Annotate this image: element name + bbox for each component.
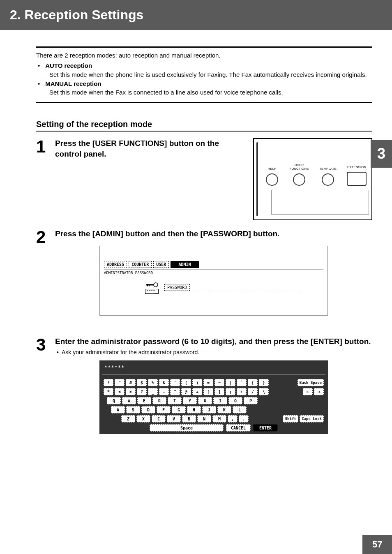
key-star[interactable]: *	[104, 388, 113, 395]
extension-button[interactable]	[347, 172, 367, 186]
key-period[interactable]: .	[239, 415, 249, 422]
key-lbracket[interactable]: [	[203, 388, 213, 395]
divider	[36, 102, 372, 103]
key-slash[interactable]: /	[248, 388, 258, 395]
key-d[interactable]: D	[141, 406, 155, 413]
tabs-row: ADDRESS COUNTER USER ADMIN	[104, 261, 323, 268]
key-l[interactable]: L	[233, 406, 247, 413]
key-backtick[interactable]: `	[237, 379, 247, 386]
key-v[interactable]: V	[167, 415, 181, 422]
step-3-text: Enter the administrator password (6 to 1…	[55, 336, 372, 347]
step-1: 1 Press the [USER FUNCTIONS] button on t…	[36, 138, 372, 220]
chapter-tab: 3	[371, 140, 392, 168]
key-p[interactable]: P	[244, 397, 258, 404]
user-functions-button[interactable]	[293, 173, 305, 186]
key-arrow-left[interactable]: ←	[303, 388, 313, 395]
key-a[interactable]: A	[111, 406, 125, 413]
key-x[interactable]: X	[136, 415, 150, 422]
key-g[interactable]: G	[172, 406, 186, 413]
password-input-line[interactable]	[196, 285, 302, 290]
help-button[interactable]	[266, 173, 278, 186]
keyboard-illustration: ******_ ! " # $ % & ' ( ) = ~ | ` { }	[99, 360, 328, 434]
chapter-title: 2. Reception Settings	[10, 7, 143, 22]
key-m[interactable]: M	[212, 415, 226, 422]
admin-screen-illustration: ADDRESS COUNTER USER ADMIN ADMINISTRATOR…	[99, 246, 328, 316]
section-heading: Setting of the reception mode	[36, 120, 372, 132]
key-space[interactable]: Space	[150, 424, 224, 432]
key-s[interactable]: S	[126, 406, 140, 413]
key-arrow-right[interactable]: →	[314, 388, 324, 395]
key-dollar[interactable]: $	[137, 379, 147, 386]
key-t[interactable]: T	[168, 397, 182, 404]
key-colon[interactable]: :	[237, 388, 247, 395]
key-enter[interactable]: ENTER	[253, 424, 278, 432]
key-shift[interactable]: Shift	[283, 415, 298, 422]
key-tilde[interactable]: ~	[214, 379, 224, 386]
key-amp[interactable]: &	[159, 379, 169, 386]
tab-admin[interactable]: ADMIN	[171, 261, 198, 268]
key-hash[interactable]: #	[126, 379, 136, 386]
key-c[interactable]: C	[152, 415, 166, 422]
svg-rect-2	[147, 284, 148, 286]
page-number: 57	[372, 539, 382, 549]
key-excl[interactable]: !	[104, 379, 113, 386]
mode-manual-title: MANUAL reception	[45, 80, 101, 87]
key-rbracket[interactable]: ]	[214, 388, 224, 395]
keyboard-row-5: Z X C V B N M , . Shift Caps Lock	[102, 415, 325, 422]
key-gt[interactable]: >	[126, 388, 136, 395]
key-equals[interactable]: =	[203, 379, 213, 386]
key-backspace[interactable]: Back Space	[297, 379, 324, 386]
step-number: 2	[36, 229, 50, 328]
key-bslash[interactable]: \	[259, 388, 269, 395]
tab-user[interactable]: USER	[153, 261, 169, 268]
tab-counter[interactable]: COUNTER	[129, 261, 152, 268]
key-lparen[interactable]: (	[181, 379, 191, 386]
key-at[interactable]: @	[181, 388, 191, 395]
key-h[interactable]: H	[187, 406, 201, 413]
key-semi[interactable]: ;	[226, 388, 235, 395]
template-button[interactable]	[322, 173, 334, 186]
tab-address[interactable]: ADDRESS	[104, 261, 127, 268]
key-f[interactable]: F	[157, 406, 171, 413]
key-u[interactable]: U	[198, 397, 212, 404]
key-percent[interactable]: %	[148, 379, 158, 386]
key-squote[interactable]: '	[170, 379, 180, 386]
keyboard-row-3: Q W E R T Y U I O P	[102, 397, 325, 404]
list-item: • MANUAL reception Set this mode when th…	[38, 79, 372, 97]
key-lbrace[interactable]: {	[248, 379, 258, 386]
key-rparen[interactable]: )	[192, 379, 202, 386]
key-lt[interactable]: <	[115, 388, 125, 395]
key-y[interactable]: Y	[183, 397, 197, 404]
step-number: 1	[36, 138, 50, 155]
key-under[interactable]: _	[148, 388, 158, 395]
step-3: 3 Enter the administrator password (6 to…	[36, 336, 372, 434]
key-z[interactable]: Z	[121, 415, 135, 422]
key-caret[interactable]: ^	[170, 388, 180, 395]
key-q[interactable]: Q	[107, 397, 121, 404]
step-3-note: • Ask your administrator for the adminis…	[57, 349, 372, 355]
key-e[interactable]: E	[137, 397, 151, 404]
key-comma[interactable]: ,	[228, 415, 238, 422]
key-k[interactable]: K	[217, 406, 231, 413]
key-r[interactable]: R	[152, 397, 166, 404]
key-o[interactable]: O	[228, 397, 242, 404]
key-i[interactable]: I	[213, 397, 227, 404]
key-w[interactable]: W	[122, 397, 136, 404]
key-qmark[interactable]: ?	[137, 388, 147, 395]
reception-mode-list: • AUTO reception Set this mode when the …	[38, 61, 372, 97]
key-cancel[interactable]: CANCEL	[226, 424, 251, 432]
key-b[interactable]: B	[182, 415, 196, 422]
key-rbrace[interactable]: }	[259, 379, 269, 386]
key-j[interactable]: J	[202, 406, 216, 413]
key-pipe[interactable]: |	[226, 379, 235, 386]
key-capslock[interactable]: Caps Lock	[300, 415, 324, 422]
key-n[interactable]: N	[197, 415, 211, 422]
asterisk-box: ****_	[145, 289, 159, 294]
mode-auto-desc: Set this mode when the phone line is use…	[49, 70, 372, 79]
key-plus[interactable]: +	[192, 388, 202, 395]
key-dquote[interactable]: "	[115, 379, 125, 386]
user-functions-label: USER FUNCTIONS	[285, 162, 313, 171]
panel-decor	[256, 142, 258, 216]
password-button[interactable]: PASSWORD	[164, 284, 190, 291]
key-dash[interactable]: -	[159, 388, 169, 395]
